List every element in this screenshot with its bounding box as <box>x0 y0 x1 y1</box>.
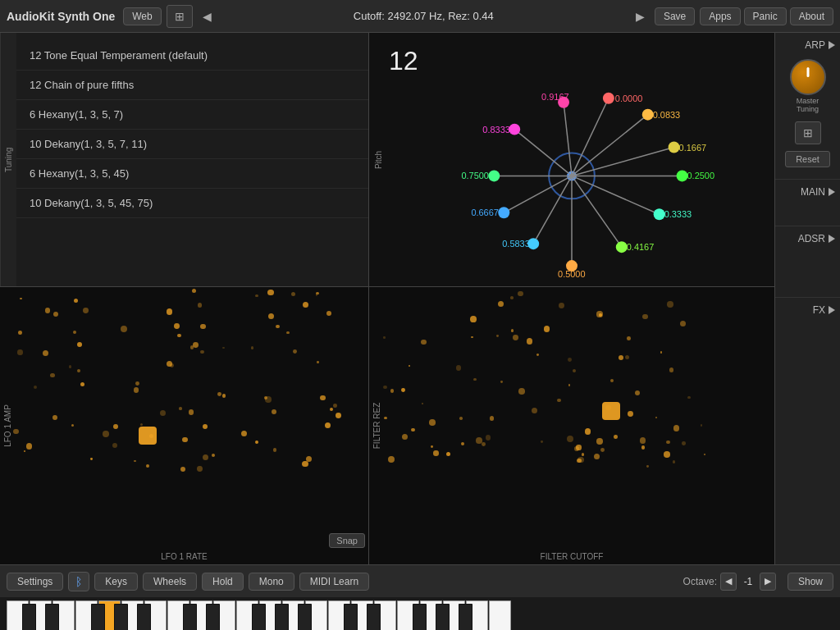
svg-text:0.7500: 0.7500 <box>461 171 489 180</box>
particle <box>625 355 629 359</box>
white-key[interactable] <box>489 600 511 630</box>
filter-panel[interactable]: FILTER REZ FILTER CUTOFF <box>369 287 774 564</box>
main-arrow[interactable] <box>829 188 835 196</box>
octave-label: Octave: <box>683 576 717 587</box>
black-key[interactable] <box>114 604 128 630</box>
octave-down-button[interactable]: ◀ <box>720 573 737 591</box>
particle <box>303 302 308 308</box>
mono-button[interactable]: Mono <box>249 573 294 591</box>
svg-text:0.2500: 0.2500 <box>687 171 715 180</box>
master-tuning-knob[interactable] <box>790 59 826 95</box>
particle <box>52 415 57 420</box>
particle <box>471 336 473 339</box>
particle <box>121 326 127 332</box>
top-bar: AudioKit Synth One Web ⊞ ◀ Cutoff: 2492.… <box>0 0 840 33</box>
lfo-panel[interactable]: LFO 1 AMP LFO 1 RATE Snap <box>0 287 369 564</box>
grid-icon-btn-sidebar[interactable]: ⊞ <box>795 121 821 144</box>
settings-button[interactable]: Settings <box>7 573 63 591</box>
prev-arrow[interactable]: ◀ <box>198 8 217 25</box>
particle <box>513 335 518 340</box>
particle <box>90 458 93 460</box>
particle <box>409 365 410 367</box>
particle <box>518 291 523 296</box>
particle <box>383 386 387 390</box>
tuning-item-0[interactable]: 12 Tone Equal Temperament (default) <box>16 41 368 71</box>
octave-control: Octave: ◀ -1 ▶ <box>683 573 776 591</box>
show-button[interactable]: Show <box>788 573 833 591</box>
about-button[interactable]: About <box>790 7 833 25</box>
particle <box>267 290 274 296</box>
black-key[interactable] <box>459 604 472 630</box>
bluetooth-button[interactable]: ᛒ <box>68 572 89 591</box>
black-key[interactable] <box>413 604 427 630</box>
particle <box>50 373 54 377</box>
particle <box>635 390 640 395</box>
web-button[interactable]: Web <box>123 7 161 25</box>
svg-text:0.9167: 0.9167 <box>541 92 569 102</box>
particle <box>77 342 82 347</box>
particle <box>180 467 185 472</box>
next-arrow[interactable]: ▶ <box>631 8 650 25</box>
black-key[interactable] <box>252 604 266 630</box>
keyboard[interactable] <box>0 597 840 630</box>
top-right-buttons: Apps Panic About <box>700 7 833 25</box>
particle <box>669 368 673 372</box>
particle <box>431 445 433 448</box>
particle <box>69 365 71 368</box>
tuning-item-3[interactable]: 10 Dekany(1, 3, 5, 7, 11) <box>16 130 368 159</box>
adsr-arrow[interactable] <box>829 235 835 243</box>
tuning-item-1[interactable]: 12 Chain of pure fifths <box>16 71 368 100</box>
black-key[interactable] <box>22 604 36 630</box>
hold-button[interactable]: Hold <box>202 573 244 591</box>
wheels-button[interactable]: Wheels <box>143 573 197 591</box>
snap-button[interactable]: Snap <box>329 533 365 548</box>
grid-icon-button[interactable]: ⊞ <box>167 5 193 28</box>
fx-row: FX <box>775 297 840 316</box>
arp-arrow[interactable] <box>829 41 835 49</box>
position-marker <box>602 402 620 420</box>
tuning-item-4[interactable]: 6 Hexany(1, 3, 5, 45) <box>16 159 368 189</box>
midi-learn-button[interactable]: MIDI Learn <box>299 573 369 591</box>
particle <box>18 331 22 335</box>
particle <box>640 437 646 444</box>
particle <box>655 417 658 419</box>
black-key[interactable] <box>275 604 289 630</box>
black-key[interactable] <box>183 604 197 630</box>
particle <box>573 369 576 372</box>
particle <box>190 345 194 349</box>
octave-up-button[interactable]: ▶ <box>760 573 776 591</box>
particle <box>167 361 172 367</box>
svg-point-33 <box>616 241 628 253</box>
particle <box>421 340 427 345</box>
fx-arrow[interactable] <box>829 306 835 314</box>
tuning-item-5[interactable]: 10 Dekany(1, 3, 5, 45, 75) <box>16 189 368 218</box>
black-key[interactable] <box>436 604 450 630</box>
filter-y-label: FILTER REZ <box>372 403 381 449</box>
svg-point-21 <box>677 170 688 181</box>
particle <box>20 298 21 299</box>
black-key[interactable] <box>206 604 220 630</box>
particle <box>660 351 662 353</box>
apps-button[interactable]: Apps <box>700 7 740 25</box>
particle <box>317 361 318 363</box>
reset-button[interactable]: Reset <box>785 151 830 167</box>
black-key[interactable] <box>45 604 59 630</box>
particle <box>557 399 560 402</box>
black-key[interactable] <box>137 604 151 630</box>
black-key[interactable] <box>344 604 358 630</box>
panic-button[interactable]: Panic <box>744 7 787 25</box>
particle <box>200 324 206 330</box>
black-key[interactable] <box>91 604 105 630</box>
app-title: AudioKit Synth One <box>7 10 115 23</box>
black-key[interactable] <box>367 604 381 630</box>
particle <box>456 365 461 370</box>
particle <box>192 289 197 294</box>
save-button[interactable]: Save <box>655 7 695 25</box>
particle <box>160 410 166 416</box>
particle <box>200 350 204 354</box>
black-key[interactable] <box>298 604 312 630</box>
tuning-item-2[interactable]: 6 Hexany(1, 3, 5, 7) <box>16 100 368 130</box>
particle <box>578 457 584 463</box>
keys-button[interactable]: Keys <box>94 573 138 591</box>
lfo-particles <box>11 287 368 548</box>
